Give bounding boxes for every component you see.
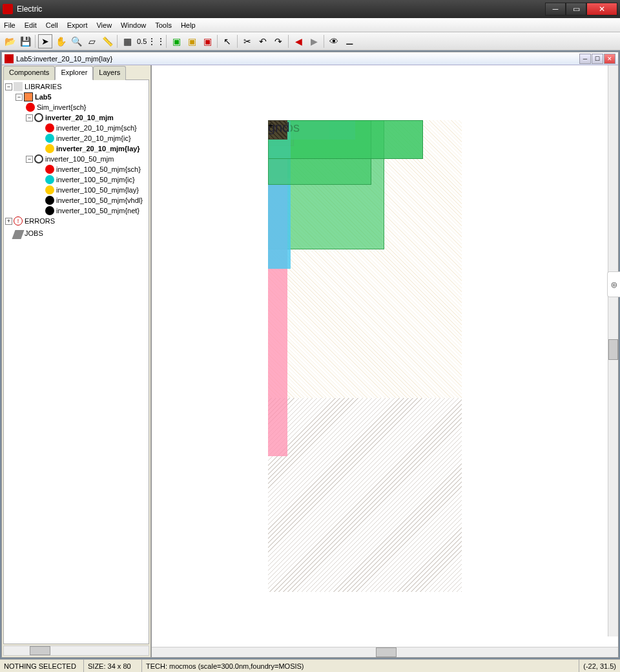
layout-canvas[interactable]: vdd pmos <box>152 65 618 647</box>
close-button[interactable] <box>586 3 617 16</box>
origin-marker: + <box>268 120 273 131</box>
document-title: Lab5:inverter_20_10_mjm{lay} <box>16 55 579 63</box>
canvas-area: vdd pmos <box>152 65 618 657</box>
select-red-icon[interactable]: ▣ <box>200 34 214 48</box>
status-selection: NOTHING SELECTED <box>0 660 84 672</box>
status-size: SIZE: 34 x 80 <box>84 660 142 672</box>
tree-errors[interactable]: +!ERRORS <box>5 216 147 226</box>
remote-panel-tab[interactable]: ◎ <box>607 271 620 297</box>
menu-tools[interactable]: Tools <box>155 21 172 29</box>
menu-help[interactable]: Help <box>181 21 196 29</box>
app-icon <box>3 4 13 14</box>
cursor-icon[interactable]: ↖ <box>220 34 234 48</box>
tree-item[interactable]: inverter_20_10_mjm{sch} <box>5 123 147 133</box>
menu-window[interactable]: Window <box>121 21 146 29</box>
doc-maximize-button[interactable]: ☐ <box>592 54 603 64</box>
pan-icon[interactable]: ✋ <box>54 34 68 48</box>
window-titlebar: Electric <box>0 0 620 18</box>
document-window: Lab5:inverter_20_10_mjm{lay} ─ ☐ ✕ Compo… <box>1 52 619 658</box>
tree-libraries[interactable]: −LIBRARIES <box>5 81 147 92</box>
tree-item[interactable]: inverter_20_10_mjm{lay} <box>5 143 147 154</box>
menu-cell[interactable]: Cell <box>46 21 58 29</box>
sidebar: Components Explorer Layers −LIBRARIES −L… <box>2 65 152 657</box>
minimize-button[interactable] <box>545 3 566 16</box>
status-tech: TECH: mocmos (scale=300.0nm,foundry=MOSI… <box>142 660 579 672</box>
measure-icon[interactable]: 📏 <box>100 34 114 48</box>
cut-icon[interactable]: ✂ <box>240 34 254 48</box>
tree-item[interactable]: Sim_invert{sch} <box>5 102 147 112</box>
redo-icon[interactable]: ↷ <box>271 34 285 48</box>
tree-item[interactable]: inverter_100_50_mjm{vhdl} <box>5 195 147 205</box>
tab-explorer[interactable]: Explorer <box>55 66 93 80</box>
tab-components[interactable]: Components <box>3 66 55 80</box>
tree-item[interactable]: −inverter_20_10_mjm <box>5 112 147 123</box>
menu-file[interactable]: File <box>4 21 16 29</box>
window-buttons <box>545 3 617 16</box>
tree-item[interactable]: inverter_100_50_mjm{ic} <box>5 174 147 185</box>
open-icon[interactable]: 📂 <box>3 34 17 48</box>
workspace: Lab5:inverter_20_10_mjm{lay} ─ ☐ ✕ Compo… <box>0 50 620 659</box>
canvas-vscrollbar[interactable] <box>608 65 618 636</box>
zoom-icon[interactable]: 🔍 <box>69 34 83 48</box>
sidebar-scrollbar[interactable] <box>3 646 149 656</box>
eye-open-icon[interactable]: 👁 <box>327 34 341 48</box>
select-green-icon[interactable]: ▣ <box>169 34 183 48</box>
menu-edit[interactable]: Edit <box>25 21 37 29</box>
select-yellow-icon[interactable]: ▣ <box>185 34 199 48</box>
tree-item[interactable]: inverter_20_10_mjm{ic} <box>5 133 147 143</box>
doc-minimize-button[interactable]: ─ <box>579 54 591 64</box>
document-titlebar: Lab5:inverter_20_10_mjm{lay} ─ ☐ ✕ <box>2 52 618 65</box>
back-icon[interactable]: ◀ <box>291 34 305 48</box>
doc-close-button[interactable]: ✕ <box>604 54 615 64</box>
tree-item[interactable]: inverter_100_50_mjm{lay} <box>5 185 147 195</box>
menu-export[interactable]: Export <box>67 21 88 29</box>
save-icon[interactable]: 💾 <box>18 34 32 48</box>
tree-lab5[interactable]: −Lab5 <box>5 92 147 102</box>
window-title: Electric <box>17 5 545 14</box>
tree-jobs[interactable]: JOBS <box>5 226 147 240</box>
menu-bar: File Edit Cell Export View Window Tools … <box>0 18 620 32</box>
explorer-tree[interactable]: −LIBRARIES −Lab5 Sim_invert{sch} −invert… <box>3 79 149 644</box>
zoom-value: 0.5 <box>136 37 148 45</box>
pointer-icon[interactable]: ➤ <box>38 34 52 48</box>
menu-view[interactable]: View <box>96 21 112 29</box>
restore-button[interactable] <box>566 3 586 16</box>
forward-icon[interactable]: ▶ <box>307 34 321 48</box>
tree-item[interactable]: −inverter_100_50_mjm <box>5 154 147 164</box>
undo-icon[interactable]: ↶ <box>256 34 270 48</box>
status-bar: NOTHING SELECTED SIZE: 34 x 80 TECH: moc… <box>0 659 620 672</box>
toolbar: 📂 💾 ➤ ✋ 🔍 ▱ 📏 ▦ 0.5 ⋮⋮ ▣ ▣ ▣ ↖ ✂ ↶ ↷ ◀ ▶… <box>0 32 620 50</box>
document-icon <box>5 54 14 63</box>
canvas-hscrollbar[interactable] <box>152 647 618 657</box>
eye-closed-icon[interactable]: ⚊ <box>342 34 356 48</box>
tab-layers[interactable]: Layers <box>93 66 126 80</box>
status-coords: (-22, 31.5) <box>579 660 620 672</box>
sidebar-tabs: Components Explorer Layers <box>2 65 150 79</box>
outline-icon[interactable]: ▱ <box>85 34 99 48</box>
ruler-icon[interactable]: ⋮⋮ <box>149 34 163 48</box>
tree-item[interactable]: inverter_100_50_mjm{sch} <box>5 164 147 174</box>
tree-item[interactable]: inverter_100_50_mjm{net} <box>5 205 147 216</box>
grid-icon[interactable]: ▦ <box>120 34 134 48</box>
